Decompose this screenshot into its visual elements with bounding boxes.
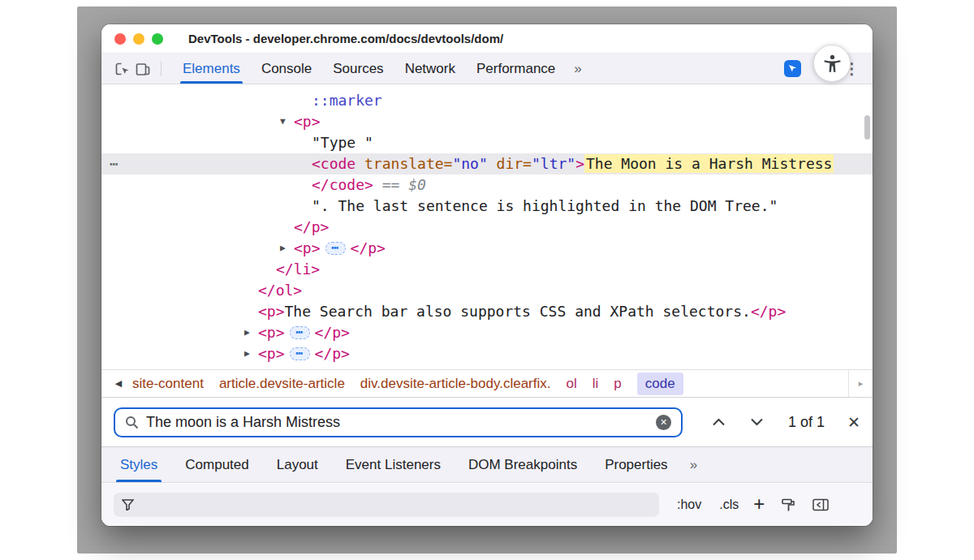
breadcrumb-item-site-content[interactable]: site-content [132,376,204,392]
expand-arrow-icon[interactable]: ▶ [244,322,250,343]
dom-node-text: <p>The Search bar also supports CSS and … [258,301,786,322]
dom-tree-row[interactable]: ▼<p> [101,111,873,132]
toggle-sidebar-icon[interactable] [812,498,829,511]
token-tag: </p> [315,324,350,341]
token-dim: $0 [408,176,426,193]
dom-node-text: </p> [294,217,329,238]
dom-tree-row[interactable]: "Type " [101,132,873,153]
token-attr: translate= [364,155,452,172]
dom-tree-row[interactable]: ▶<p>⋯</p> [101,322,873,343]
zoom-window-button[interactable] [152,33,163,45]
tab-network[interactable]: Network [394,54,466,84]
search-input[interactable] [146,414,649,431]
token-tag: </ol> [258,282,302,299]
match-count: 1 of 1 [788,414,825,431]
dom-tree-row[interactable]: </p> [101,217,873,238]
breadcrumb-item-p[interactable]: p [614,376,621,392]
collapse-arrow-icon[interactable]: ▼ [280,111,286,132]
breadcrumb-item-div-devsite-article-body-clearfix[interactable]: div.devsite-article-body.clearfix. [360,376,551,392]
accessibility-button[interactable] [813,45,851,82]
clear-search-icon[interactable]: ✕ [656,415,671,430]
close-window-button[interactable] [114,33,126,45]
dom-tree-row[interactable]: </ol> [101,280,873,301]
dom-tree-row-selected[interactable]: ⋯<code translate="no" dir="ltr">The Moon… [101,153,873,174]
token-tag: </p> [751,303,786,320]
breadcrumb-item-article-devsite-article[interactable]: article.devsite-article [219,376,345,392]
filter-funnel-icon [122,499,134,510]
dom-node-text: <p> [294,111,321,132]
dom-tree-row[interactable]: </code> == $0 [101,174,873,196]
previous-match-icon[interactable] [712,418,726,426]
tab-event-listeners[interactable]: Event Listeners [332,447,455,482]
token-tag: </p> [315,345,350,362]
tab-properties[interactable]: Properties [591,447,681,482]
breadcrumb-left-arrow[interactable]: ◀ [108,378,129,389]
more-sidebar-tabs-icon[interactable]: » [682,447,705,482]
dom-tree-row[interactable]: ▶<p>⋯</p> [101,343,873,364]
styles-buttons-group: :hov.cls+ [659,495,765,515]
breadcrumb-item-code[interactable]: code [637,373,683,395]
panel-tab-strip: ElementsConsoleSourcesNetworkPerformance [172,54,566,84]
dom-node-text: <p>⋯</p> [258,322,350,343]
more-tabs-icon[interactable]: » [566,54,588,84]
expand-arrow-icon[interactable]: ▶ [280,238,286,259]
expand-inline-icon[interactable]: ⋯ [290,347,310,360]
tab-styles[interactable]: Styles [106,447,171,482]
breadcrumb-right-arrow[interactable]: ▸ [848,370,873,397]
token-text: The Moon is a Harsh Mistress [584,154,834,173]
breadcrumb-item-li[interactable]: li [593,376,599,392]
dom-node-text: ". The last sentence is highlighted in t… [312,196,778,217]
token-tag: > [575,155,584,172]
breadcrumb-list: site-contentarticle.devsite-articlediv.d… [132,373,848,395]
close-search-icon[interactable]: ✕ [847,413,860,432]
expand-arrow-icon[interactable]: ▶ [244,343,250,364]
breadcrumb: ◀ site-contentarticle.devsite-articlediv… [101,369,873,397]
styles-toolbar: :hov.cls+ [101,484,873,526]
next-match-icon[interactable] [750,418,764,426]
expand-inline-icon[interactable]: ⋯ [290,326,310,339]
token-tag: <code [312,155,356,172]
style-filter-input[interactable] [114,493,659,517]
vertical-scrollbar[interactable] [864,115,870,140]
window-title: DevTools - developer.chrome.com/docs/dev… [188,32,503,45]
tab-sources[interactable]: Sources [322,54,394,84]
token-tag: </p> [294,218,329,235]
dom-node-text: "Type " [312,132,373,153]
tab-elements[interactable]: Elements [172,54,251,84]
tab-console[interactable]: Console [251,54,322,84]
element-classes-button[interactable]: .cls [719,498,739,512]
dom-node-text: <p>⋯</p> [294,238,386,259]
minimize-window-button[interactable] [133,33,144,45]
node-options-icon[interactable]: ⋯ [110,153,119,174]
token-text: The Search bar also supports CSS and XPa… [285,303,751,320]
inspect-icon[interactable] [111,54,132,84]
tab-performance[interactable]: Performance [466,54,566,84]
devtools-toolbar: ElementsConsoleSourcesNetworkPerformance… [101,54,873,84]
dom-node-text: </ol> [258,280,302,301]
dom-tree-row[interactable]: <p>The Search bar also supports CSS and … [101,301,873,322]
token-tag: </p> [351,239,386,256]
token-text: "Type " [312,134,373,151]
token-tag: </li> [276,261,320,278]
paint-roller-icon[interactable] [781,498,796,513]
tab-computed[interactable]: Computed [171,447,262,482]
toggle-element-state-button[interactable]: :hov [677,498,701,512]
breadcrumb-item-ol[interactable]: ol [566,376,576,392]
new-style-rule-button[interactable]: + [753,493,765,515]
dom-tree-row[interactable]: ::marker [101,90,873,111]
token-tag: <p> [258,345,285,362]
dom-node-text: <code translate="no" dir="ltr">The Moon … [312,153,834,174]
issues-icon[interactable] [784,60,801,77]
dom-tree-row[interactable]: ". The last sentence is highlighted in t… [101,196,873,217]
device-toolbar-icon[interactable] [132,54,153,84]
dom-tree-panel: ::marker▼<p>"Type "⋯<code translate="no"… [101,85,873,369]
devtools-window: DevTools - developer.chrome.com/docs/dev… [101,24,873,526]
dom-tree-row[interactable]: </li> [101,259,873,280]
dom-tree-row[interactable]: ▶<p>⋯</p> [101,238,873,259]
token-tag: <p> [294,239,321,256]
tab-layout[interactable]: Layout [263,447,332,482]
toolbar-divider [161,61,162,76]
tab-dom-breakpoints[interactable]: DOM Breakpoints [455,447,591,482]
expand-inline-icon[interactable]: ⋯ [325,242,346,255]
token-tag: <p> [294,113,321,130]
